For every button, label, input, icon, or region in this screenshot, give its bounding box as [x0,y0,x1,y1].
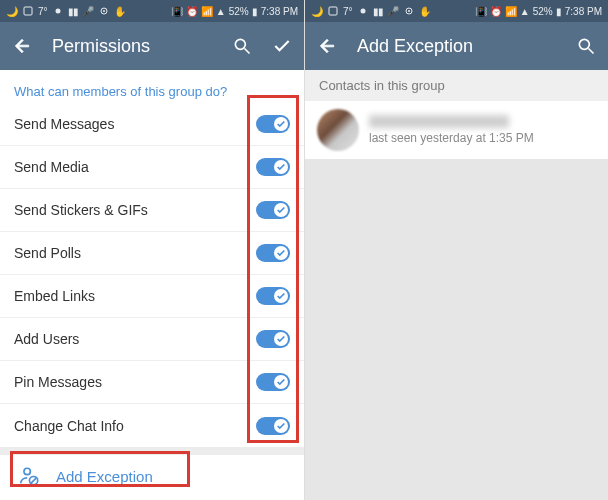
pause-icon: ▮▮ [68,6,78,17]
add-exception-button[interactable]: Add Exception [0,455,304,497]
svg-point-10 [360,9,365,14]
status-bar: 🌙 7° ▮▮ 🎤 ✋ 📳 ⏰ 📶 ▲ 52% ▮ 7:38 PM [0,0,304,22]
cloud-icon [52,5,64,17]
hand-icon: ✋ [419,6,431,17]
toggle-switch[interactable] [256,244,290,262]
svg-point-6 [24,468,30,474]
avatar [317,109,359,151]
svg-point-12 [408,10,410,12]
contact-status: last seen yesterday at 1:35 PM [369,131,596,145]
signal-icon: 📶 [201,6,213,17]
status-temp: 7° [343,6,353,17]
moon-icon: 🌙 [6,6,18,17]
permissions-list: Send Messages Send Media Send Stickers &… [0,103,304,447]
search-icon[interactable] [232,36,252,56]
svg-point-13 [579,39,589,49]
page-title: Permissions [52,36,150,57]
divider [0,447,304,455]
hand-icon: ✋ [114,6,126,17]
perm-row[interactable]: Add Users [0,318,304,361]
perm-label: Add Users [14,331,256,347]
status-time: 7:38 PM [261,6,298,17]
perm-row[interactable]: Embed Links [0,275,304,318]
status-battery: 52% [229,6,249,17]
screenshot-icon [327,5,339,17]
toggle-switch[interactable] [256,287,290,305]
svg-point-1 [55,9,60,14]
section-header: What can members of this group do? [0,70,304,103]
exception-content: Contacts in this group last seen yesterd… [305,70,608,500]
add-exception-label: Add Exception [56,468,153,485]
status-temp: 7° [38,6,48,17]
toggle-switch[interactable] [256,417,290,435]
perm-label: Send Stickers & GIFs [14,202,256,218]
add-user-blocked-icon [18,465,40,487]
empty-area [305,159,608,500]
svg-point-3 [103,10,105,12]
perm-label: Send Polls [14,245,256,261]
confirm-icon[interactable] [272,36,292,56]
perm-row[interactable]: Send Messages [0,103,304,146]
svg-line-14 [589,49,594,54]
toggle-switch[interactable] [256,201,290,219]
signal-icon: 📶 [505,6,517,17]
status-battery: 52% [533,6,553,17]
signal-icon-2: ▲ [216,6,226,17]
perm-row[interactable]: Send Media [0,146,304,189]
alarm-icon: ⏰ [186,6,198,17]
perm-label: Change Chat Info [14,418,256,434]
perm-row[interactable]: Send Stickers & GIFs [0,189,304,232]
svg-point-4 [235,39,245,49]
mic-icon: 🎤 [387,6,399,17]
perm-row[interactable]: Send Polls [0,232,304,275]
contact-name-blurred [369,115,509,128]
back-icon[interactable] [317,36,337,56]
pause-icon: ▮▮ [373,6,383,17]
screen-permissions: 🌙 7° ▮▮ 🎤 ✋ 📳 ⏰ 📶 ▲ 52% ▮ 7:38 PM Permis… [0,0,304,500]
signal-icon-2: ▲ [520,6,530,17]
search-icon[interactable] [576,36,596,56]
svg-line-5 [245,49,250,54]
perm-label: Send Messages [14,116,256,132]
page-title: Add Exception [357,36,473,57]
perm-label: Send Media [14,159,256,175]
app-bar: Add Exception [305,22,608,70]
app-bar: Permissions [0,22,304,70]
group-header: Contacts in this group [305,70,608,101]
svg-rect-9 [329,7,337,15]
cloud-icon [357,5,369,17]
back-icon[interactable] [12,36,32,56]
perm-label: Pin Messages [14,374,256,390]
vibrate-icon: 📳 [475,6,487,17]
moon-icon: 🌙 [311,6,323,17]
status-bar: 🌙 7° ▮▮ 🎤 ✋ 📳 ⏰ 📶 ▲ 52% ▮ 7:38 PM [305,0,608,22]
battery-icon: ▮ [252,6,258,17]
svg-line-8 [31,478,37,484]
contact-row[interactable]: last seen yesterday at 1:35 PM [305,101,608,159]
mic-icon: 🎤 [82,6,94,17]
target-icon [403,5,415,17]
toggle-switch[interactable] [256,115,290,133]
perm-row[interactable]: Pin Messages [0,361,304,404]
vibrate-icon: 📳 [171,6,183,17]
perm-label: Embed Links [14,288,256,304]
alarm-icon: ⏰ [490,6,502,17]
toggle-switch[interactable] [256,158,290,176]
svg-rect-0 [24,7,32,15]
toggle-switch[interactable] [256,373,290,391]
perm-row[interactable]: Change Chat Info [0,404,304,447]
toggle-switch[interactable] [256,330,290,348]
permissions-content: What can members of this group do? Send … [0,70,304,500]
screen-add-exception: 🌙 7° ▮▮ 🎤 ✋ 📳 ⏰ 📶 ▲ 52% ▮ 7:38 PM Add Ex… [304,0,608,500]
battery-icon: ▮ [556,6,562,17]
status-time: 7:38 PM [565,6,602,17]
target-icon [98,5,110,17]
screenshot-icon [22,5,34,17]
